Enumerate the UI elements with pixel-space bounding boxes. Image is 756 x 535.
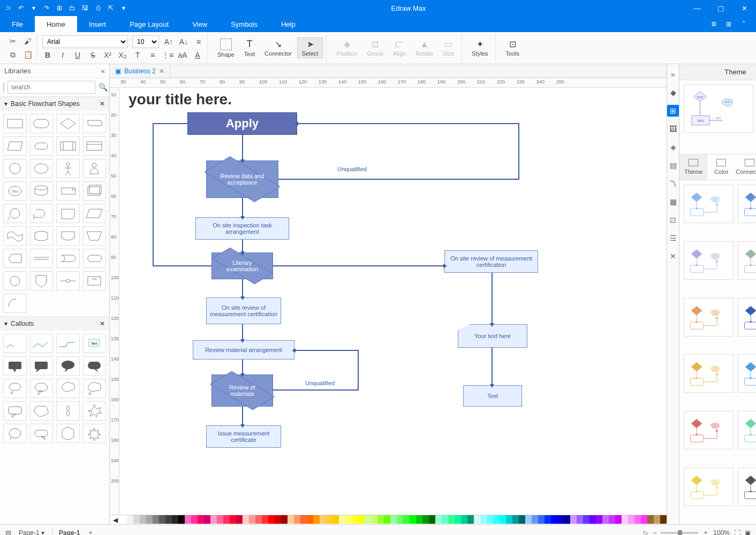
shape-item[interactable]: note: [83, 271, 107, 291]
color-swatch[interactable]: [178, 515, 185, 524]
color-swatch[interactable]: [377, 515, 384, 524]
rotate-button[interactable]: ▲Rotate: [412, 39, 437, 58]
color-swatch[interactable]: [609, 515, 615, 524]
shape-item[interactable]: [83, 204, 107, 223]
library-picker-icon[interactable]: [3, 82, 4, 92]
node-onsite-review-right[interactable]: On site review of measurement certificat…: [444, 250, 538, 273]
redo-icon[interactable]: ↷: [42, 3, 51, 13]
color-swatch[interactable]: [500, 515, 506, 524]
shape-item[interactable]: Yes: [3, 181, 27, 201]
color-swatch[interactable]: [230, 515, 236, 524]
color-swatch[interactable]: [384, 515, 390, 524]
shape-item[interactable]: [56, 114, 80, 133]
color-swatch[interactable]: [467, 515, 474, 524]
shape-item[interactable]: [30, 226, 54, 246]
search-input[interactable]: [7, 81, 95, 94]
shape-item[interactable]: [3, 334, 27, 353]
theme-item[interactable]: [684, 241, 734, 280]
color-swatch[interactable]: [487, 515, 493, 524]
increase-font-icon[interactable]: A↑: [163, 36, 174, 47]
shape-button[interactable]: Shape: [213, 37, 239, 59]
shape-item[interactable]: [30, 379, 54, 398]
color-swatch[interactable]: [320, 515, 326, 524]
layers-icon[interactable]: ◈: [667, 141, 679, 153]
shape-item[interactable]: [3, 136, 27, 156]
shape-item[interactable]: [83, 379, 107, 398]
font-color-icon[interactable]: A: [192, 50, 203, 60]
color-swatch[interactable]: [210, 515, 217, 524]
color-swatch[interactable]: [647, 515, 654, 524]
color-swatch[interactable]: [403, 515, 410, 524]
undo-icon[interactable]: ↶: [16, 3, 26, 13]
node-review-materials[interactable]: Review of materials: [211, 374, 273, 407]
color-swatch[interactable]: [551, 515, 557, 524]
shape-item[interactable]: [3, 356, 27, 376]
theme-item[interactable]: [684, 298, 734, 337]
color-swatch[interactable]: [217, 515, 223, 524]
close-button[interactable]: ✕: [732, 0, 756, 16]
shape-item[interactable]: [83, 136, 107, 156]
dropdown-icon[interactable]: ▾: [29, 3, 39, 13]
node-text[interactable]: Text: [463, 385, 522, 407]
shape-item[interactable]: [56, 401, 80, 421]
color-swatch[interactable]: [127, 515, 133, 524]
color-swatch[interactable]: [622, 515, 628, 524]
color-swatch[interactable]: [243, 515, 249, 524]
canvas[interactable]: 1020304050607080901001101201301401501601…: [110, 88, 667, 515]
shuffle-icon[interactable]: ✕: [667, 250, 679, 262]
shape-item[interactable]: [3, 294, 27, 313]
color-swatch[interactable]: [120, 515, 127, 524]
cat-color[interactable]: Color: [707, 155, 735, 180]
lib-section-header[interactable]: ▾Callouts✕: [0, 317, 109, 331]
italic-icon[interactable]: I: [57, 50, 68, 60]
apps-icon[interactable]: ⊞: [724, 19, 734, 29]
shape-item[interactable]: [83, 249, 107, 268]
color-swatch[interactable]: [519, 515, 525, 524]
color-swatch[interactable]: [249, 515, 255, 524]
color-swatch[interactable]: [288, 515, 294, 524]
shape-item[interactable]: [30, 424, 54, 443]
color-swatch[interactable]: [358, 515, 365, 524]
tab-view[interactable]: View: [180, 16, 219, 32]
shape-item[interactable]: [56, 204, 80, 223]
superscript-icon[interactable]: X²: [102, 50, 113, 60]
color-swatch[interactable]: [429, 515, 435, 524]
fullscreen-icon[interactable]: ▣: [745, 529, 751, 536]
tools-button[interactable]: ⊡Tools: [501, 38, 524, 58]
tab-help[interactable]: Help: [269, 16, 307, 32]
align-button[interactable]: ⫍Align: [389, 39, 410, 58]
group-button[interactable]: ⊡Group: [362, 38, 388, 58]
bullets-icon[interactable]: ⋮≡: [162, 50, 173, 60]
expand-panel-icon[interactable]: »: [667, 68, 679, 80]
color-swatch[interactable]: [159, 515, 165, 524]
color-swatch[interactable]: [570, 515, 577, 524]
copy-icon[interactable]: ⧉: [7, 49, 18, 60]
shape-item[interactable]: [56, 181, 80, 201]
shape-item[interactable]: [3, 114, 27, 133]
shape-item[interactable]: [30, 401, 54, 421]
theme-item[interactable]: [684, 185, 734, 223]
shape-item[interactable]: [3, 159, 27, 178]
color-swatch[interactable]: [140, 515, 146, 524]
lib-section-header[interactable]: ▾Basic Flowchart Shapes✕: [0, 97, 109, 111]
zoom-slider[interactable]: [661, 532, 698, 534]
color-swatch[interactable]: [307, 515, 313, 524]
color-swatch[interactable]: [596, 515, 602, 524]
paste-icon[interactable]: 📋: [22, 49, 33, 60]
node-apply[interactable]: Apply: [187, 112, 297, 135]
print-icon[interactable]: ⎙: [93, 3, 103, 13]
color-swatch[interactable]: [300, 515, 307, 524]
color-swatch[interactable]: [480, 515, 487, 524]
shape-item[interactable]: [83, 424, 107, 443]
color-swatch[interactable]: [416, 515, 422, 524]
color-swatch[interactable]: [281, 515, 288, 524]
color-swatch[interactable]: [448, 515, 455, 524]
color-swatch[interactable]: [422, 515, 429, 524]
table-tool-icon[interactable]: ▦: [667, 196, 679, 208]
shape-item[interactable]: [3, 379, 27, 398]
color-swatch[interactable]: [532, 515, 538, 524]
tab-symbols[interactable]: Symbols: [219, 16, 269, 32]
color-swatch[interactable]: [660, 515, 667, 524]
theme-item[interactable]: [684, 354, 734, 393]
color-swatch[interactable]: [185, 515, 191, 524]
